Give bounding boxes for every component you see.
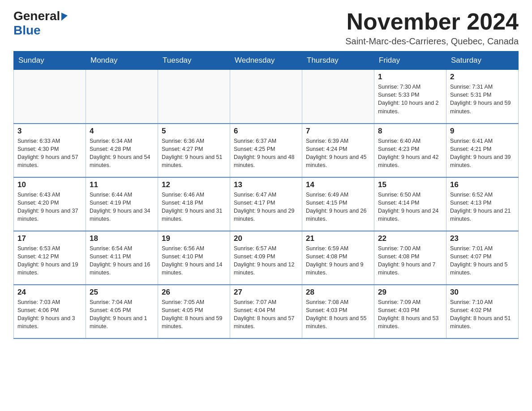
- day-number: 27: [234, 288, 298, 297]
- calendar-week-row: 1Sunrise: 7:30 AMSunset: 5:33 PMDaylight…: [14, 70, 519, 124]
- day-number: 30: [450, 288, 515, 297]
- calendar-table: SundayMondayTuesdayWednesdayThursdayFrid…: [13, 51, 519, 339]
- day-info: Sunrise: 6:57 AMSunset: 4:09 PMDaylight:…: [234, 244, 298, 277]
- calendar-cell: 23Sunrise: 7:01 AMSunset: 4:07 PMDayligh…: [446, 231, 519, 285]
- day-info: Sunrise: 6:56 AMSunset: 4:10 PMDaylight:…: [162, 244, 226, 277]
- calendar-cell: 27Sunrise: 7:07 AMSunset: 4:04 PMDayligh…: [230, 285, 302, 338]
- calendar-cell: [158, 70, 230, 124]
- calendar-cell: 11Sunrise: 6:44 AMSunset: 4:19 PMDayligh…: [86, 177, 158, 231]
- calendar-cell: 17Sunrise: 6:53 AMSunset: 4:12 PMDayligh…: [14, 231, 86, 285]
- day-info: Sunrise: 6:54 AMSunset: 4:11 PMDaylight:…: [90, 244, 154, 277]
- day-number: 23: [450, 234, 515, 243]
- calendar-week-row: 10Sunrise: 6:43 AMSunset: 4:20 PMDayligh…: [14, 177, 519, 231]
- day-info: Sunrise: 7:00 AMSunset: 4:08 PMDaylight:…: [378, 244, 442, 277]
- day-number: 3: [17, 127, 82, 136]
- weekday-header-thursday: Thursday: [302, 51, 374, 70]
- calendar-cell: 5Sunrise: 6:36 AMSunset: 4:27 PMDaylight…: [158, 124, 230, 177]
- calendar-cell: 26Sunrise: 7:05 AMSunset: 4:05 PMDayligh…: [158, 285, 230, 338]
- day-number: 2: [450, 73, 515, 81]
- day-number: 16: [450, 180, 515, 189]
- day-info: Sunrise: 7:01 AMSunset: 4:07 PMDaylight:…: [450, 244, 515, 277]
- calendar-header-row: SundayMondayTuesdayWednesdayThursdayFrid…: [14, 51, 519, 70]
- weekday-header-sunday: Sunday: [14, 51, 86, 70]
- day-number: 9: [450, 127, 515, 136]
- day-number: 12: [162, 180, 226, 189]
- day-number: 25: [90, 288, 154, 297]
- day-number: 7: [306, 127, 370, 136]
- day-info: Sunrise: 6:50 AMSunset: 4:14 PMDaylight:…: [378, 191, 442, 223]
- day-info: Sunrise: 6:46 AMSunset: 4:18 PMDaylight:…: [162, 191, 226, 223]
- day-info: Sunrise: 6:47 AMSunset: 4:17 PMDaylight:…: [234, 191, 298, 223]
- calendar-cell: 16Sunrise: 6:52 AMSunset: 4:13 PMDayligh…: [446, 177, 519, 231]
- day-info: Sunrise: 6:53 AMSunset: 4:12 PMDaylight:…: [17, 244, 82, 277]
- day-info: Sunrise: 7:08 AMSunset: 4:03 PMDaylight:…: [306, 298, 370, 331]
- day-info: Sunrise: 6:40 AMSunset: 4:23 PMDaylight:…: [378, 137, 442, 170]
- calendar-cell: 19Sunrise: 6:56 AMSunset: 4:10 PMDayligh…: [158, 231, 230, 285]
- calendar-cell: 21Sunrise: 6:59 AMSunset: 4:08 PMDayligh…: [302, 231, 374, 285]
- weekday-header-monday: Monday: [86, 51, 158, 70]
- logo-blue-text: Blue: [13, 23, 41, 38]
- weekday-header-tuesday: Tuesday: [158, 51, 230, 70]
- calendar-cell: 28Sunrise: 7:08 AMSunset: 4:03 PMDayligh…: [302, 285, 374, 338]
- day-info: Sunrise: 7:04 AMSunset: 4:05 PMDaylight:…: [90, 298, 154, 331]
- calendar-week-row: 24Sunrise: 7:03 AMSunset: 4:06 PMDayligh…: [14, 285, 519, 338]
- calendar-cell: 13Sunrise: 6:47 AMSunset: 4:17 PMDayligh…: [230, 177, 302, 231]
- day-number: 18: [90, 234, 154, 243]
- day-number: 13: [234, 180, 298, 189]
- calendar-week-row: 17Sunrise: 6:53 AMSunset: 4:12 PMDayligh…: [14, 231, 519, 285]
- day-info: Sunrise: 6:34 AMSunset: 4:28 PMDaylight:…: [90, 137, 154, 170]
- day-info: Sunrise: 7:09 AMSunset: 4:03 PMDaylight:…: [378, 298, 442, 331]
- day-info: Sunrise: 7:07 AMSunset: 4:04 PMDaylight:…: [234, 298, 298, 331]
- logo: General Blue: [13, 9, 68, 38]
- calendar-cell: 1Sunrise: 7:30 AMSunset: 5:33 PMDaylight…: [374, 70, 446, 124]
- day-info: Sunrise: 6:37 AMSunset: 4:25 PMDaylight:…: [234, 137, 298, 170]
- title-block: November 2024 Saint-Marc-des-Carrieres, …: [345, 9, 519, 47]
- day-number: 22: [378, 234, 442, 243]
- day-number: 24: [17, 288, 82, 297]
- day-number: 8: [378, 127, 442, 136]
- calendar-cell: [14, 70, 86, 124]
- day-number: 10: [17, 180, 82, 189]
- weekday-header-wednesday: Wednesday: [230, 51, 302, 70]
- day-number: 21: [306, 234, 370, 243]
- day-info: Sunrise: 6:44 AMSunset: 4:19 PMDaylight:…: [90, 191, 154, 223]
- day-info: Sunrise: 7:03 AMSunset: 4:06 PMDaylight:…: [17, 298, 82, 331]
- day-info: Sunrise: 6:39 AMSunset: 4:24 PMDaylight:…: [306, 137, 370, 170]
- calendar-cell: 29Sunrise: 7:09 AMSunset: 4:03 PMDayligh…: [374, 285, 446, 338]
- calendar-cell: 9Sunrise: 6:41 AMSunset: 4:21 PMDaylight…: [446, 124, 519, 177]
- day-info: Sunrise: 7:10 AMSunset: 4:02 PMDaylight:…: [450, 298, 515, 331]
- subtitle: Saint-Marc-des-Carrieres, Quebec, Canada: [345, 36, 519, 47]
- day-number: 29: [378, 288, 442, 297]
- calendar-cell: 4Sunrise: 6:34 AMSunset: 4:28 PMDaylight…: [86, 124, 158, 177]
- day-number: 17: [17, 234, 82, 243]
- day-info: Sunrise: 6:59 AMSunset: 4:08 PMDaylight:…: [306, 244, 370, 277]
- calendar-cell: 25Sunrise: 7:04 AMSunset: 4:05 PMDayligh…: [86, 285, 158, 338]
- day-number: 6: [234, 127, 298, 136]
- calendar-cell: 18Sunrise: 6:54 AMSunset: 4:11 PMDayligh…: [86, 231, 158, 285]
- calendar-cell: 30Sunrise: 7:10 AMSunset: 4:02 PMDayligh…: [446, 285, 519, 338]
- day-info: Sunrise: 6:41 AMSunset: 4:21 PMDaylight:…: [450, 137, 515, 170]
- day-number: 1: [378, 73, 442, 81]
- day-number: 26: [162, 288, 226, 297]
- day-info: Sunrise: 6:52 AMSunset: 4:13 PMDaylight:…: [450, 191, 515, 223]
- calendar-cell: 22Sunrise: 7:00 AMSunset: 4:08 PMDayligh…: [374, 231, 446, 285]
- calendar-cell: 15Sunrise: 6:50 AMSunset: 4:14 PMDayligh…: [374, 177, 446, 231]
- day-number: 15: [378, 180, 442, 189]
- day-number: 11: [90, 180, 154, 189]
- day-number: 28: [306, 288, 370, 297]
- day-info: Sunrise: 6:36 AMSunset: 4:27 PMDaylight:…: [162, 137, 226, 170]
- day-number: 5: [162, 127, 226, 136]
- day-number: 4: [90, 127, 154, 136]
- calendar-cell: [230, 70, 302, 124]
- day-info: Sunrise: 6:49 AMSunset: 4:15 PMDaylight:…: [306, 191, 370, 223]
- weekday-header-friday: Friday: [374, 51, 446, 70]
- day-info: Sunrise: 6:33 AMSunset: 4:30 PMDaylight:…: [17, 137, 82, 170]
- weekday-header-saturday: Saturday: [446, 51, 519, 70]
- calendar-cell: 3Sunrise: 6:33 AMSunset: 4:30 PMDaylight…: [14, 124, 86, 177]
- day-info: Sunrise: 6:43 AMSunset: 4:20 PMDaylight:…: [17, 191, 82, 223]
- calendar-cell: [86, 70, 158, 124]
- logo-general-text: General: [13, 9, 60, 23]
- calendar-cell: 20Sunrise: 6:57 AMSunset: 4:09 PMDayligh…: [230, 231, 302, 285]
- day-number: 20: [234, 234, 298, 243]
- calendar-cell: 7Sunrise: 6:39 AMSunset: 4:24 PMDaylight…: [302, 124, 374, 177]
